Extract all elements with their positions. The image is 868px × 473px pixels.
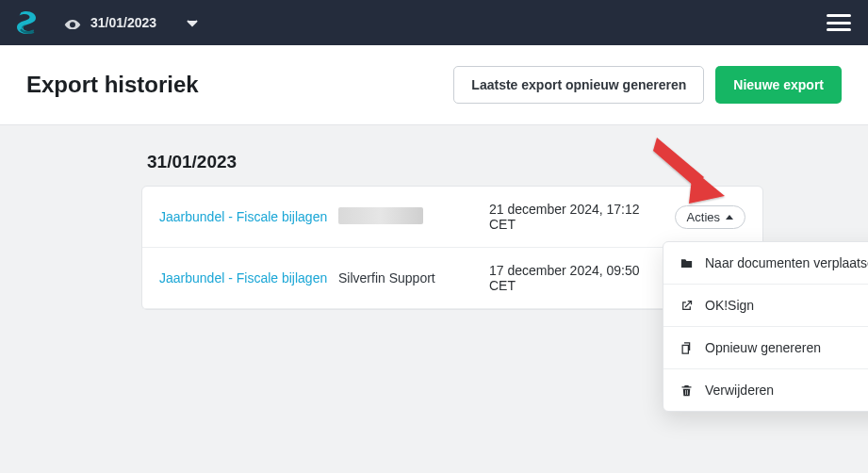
actions-button[interactable]: Acties <box>675 205 745 229</box>
export-title-link[interactable]: Jaarbundel - Fiscale bijlagen <box>159 209 338 224</box>
visibility-icon <box>64 17 81 28</box>
menu-label: Opnieuw genereren <box>705 340 821 355</box>
period-selector[interactable]: 31/01/2023 <box>64 15 198 30</box>
export-date: 21 december 2024, 17:12 CET <box>489 202 649 232</box>
external-link-icon <box>679 298 694 313</box>
export-list: Jaarbundel - Fiscale bijlagen 21 decembe… <box>141 186 763 310</box>
app-logo[interactable] <box>17 11 36 34</box>
menu-label: Verwijderen <box>705 383 774 398</box>
menu-label: OK!Sign <box>705 298 754 313</box>
actions-menu: Naar documenten verplaatsen OK!Sign Opni… <box>663 241 868 412</box>
chevron-down-icon <box>187 15 198 30</box>
menu-item-move[interactable]: Naar documenten verplaatsen <box>663 242 868 285</box>
export-user: Silverfin Support <box>338 270 489 285</box>
export-title-link[interactable]: Jaarbundel - Fiscale bijlagen <box>159 270 338 285</box>
copy-icon <box>679 340 694 355</box>
new-export-button[interactable]: Nieuwe export <box>715 66 842 104</box>
menu-item-oksign[interactable]: OK!Sign <box>663 285 868 327</box>
regenerate-last-button[interactable]: Laatste export opnieuw genereren <box>453 66 704 104</box>
export-user <box>338 207 489 227</box>
group-title: 31/01/2023 <box>147 152 763 172</box>
table-row: Jaarbundel - Fiscale bijlagen 21 decembe… <box>142 187 762 248</box>
export-date: 17 december 2024, 09:50 CET <box>489 263 649 293</box>
menu-item-regen[interactable]: Opnieuw genereren <box>663 327 868 369</box>
menu-item-delete[interactable]: Verwijderen <box>663 369 868 411</box>
folder-icon <box>679 255 694 270</box>
menu-icon[interactable] <box>827 14 851 31</box>
period-date: 31/01/2023 <box>90 15 156 30</box>
actions-label: Acties <box>687 210 720 224</box>
trash-icon <box>679 383 694 398</box>
menu-label: Naar documenten verplaatsen <box>705 255 868 270</box>
page-title: Export historiek <box>26 72 199 98</box>
caret-up-icon <box>726 215 733 220</box>
